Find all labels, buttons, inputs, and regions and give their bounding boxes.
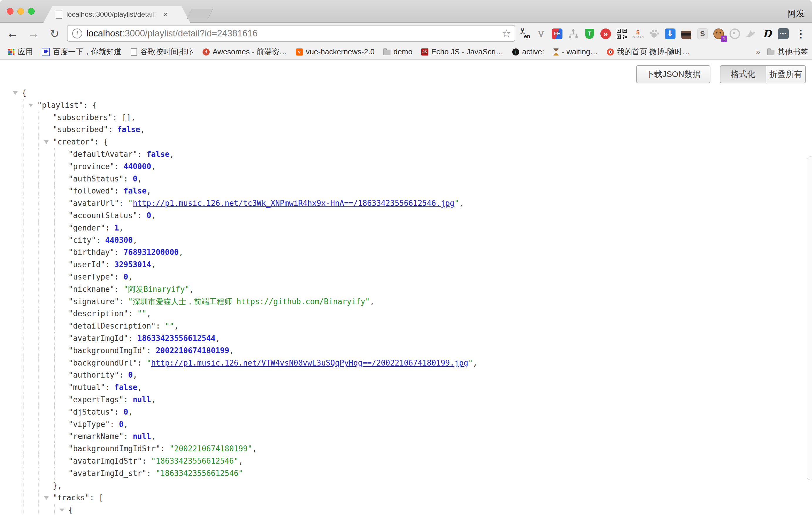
indent-guide — [37, 369, 53, 381]
bookmark-star-icon[interactable]: ☆ — [502, 27, 511, 40]
indent-guide — [22, 283, 37, 296]
collapse-toggle-icon[interactable] — [60, 509, 64, 512]
json-token: , — [137, 383, 142, 392]
collapse-toggle-icon[interactable] — [13, 91, 18, 95]
indent-guide — [22, 197, 37, 210]
json-token: : { — [94, 137, 108, 146]
reload-button[interactable]: ↻ — [47, 23, 63, 45]
fastforward-extension-icon[interactable]: » — [600, 28, 611, 40]
json-line: "expertTags": null, — [22, 394, 805, 406]
site-info-icon[interactable]: i — [72, 28, 82, 38]
other-bookmarks[interactable]: 其他书签 — [767, 47, 808, 57]
json-token: , — [190, 285, 194, 294]
bookmark-echojs[interactable]: JS Echo JS - JavaScri… — [421, 47, 503, 56]
json-token: : — [115, 248, 124, 257]
page-icon — [130, 48, 137, 56]
json-token: " — [455, 199, 459, 208]
json-token: , — [370, 297, 375, 306]
json-token: : — [155, 321, 165, 330]
paw-extension-icon[interactable] — [648, 28, 660, 40]
collapse-toggle-icon[interactable] — [44, 496, 49, 500]
bookmark-waiting[interactable]: - waiting… — [553, 47, 598, 56]
bookmark-vue-hackernews[interactable]: v vue-hackernews-2.0 — [296, 47, 375, 56]
weibo-gray-extension-icon[interactable] — [729, 28, 741, 40]
indent-guide — [22, 161, 37, 173]
indent-guide — [37, 455, 53, 467]
player-label: PLAYER — [632, 35, 644, 38]
shield-extension-icon[interactable]: T — [584, 28, 596, 40]
collapse-toggle-icon[interactable] — [44, 140, 49, 144]
back-button[interactable]: ← — [4, 23, 21, 45]
forward-button[interactable]: → — [25, 23, 42, 45]
new-tab-button[interactable] — [187, 9, 213, 19]
bookmark-label: demo — [394, 47, 412, 56]
json-token: , — [238, 457, 243, 465]
indent-guide — [22, 173, 37, 185]
json-token: "userType" — [68, 273, 115, 281]
s-extension-icon[interactable]: S — [697, 28, 708, 40]
indent-guide — [22, 136, 37, 148]
bookmark-google-sort[interactable]: 谷歌按时间排序 — [130, 47, 194, 57]
bookmarks-overflow-icon[interactable]: » — [756, 47, 760, 57]
page-favicon-icon — [56, 10, 62, 19]
indent-guide — [22, 332, 37, 345]
bookmark-label: vue-hackernews-2.0 — [306, 47, 375, 56]
address-bar[interactable]: i localhost:3000/playlist/detail?id=2438… — [67, 25, 515, 42]
profile-name[interactable]: 阿发 — [787, 8, 805, 20]
json-token: "18633423556612546" — [155, 469, 243, 478]
json-token: "backgroundImgId" — [68, 346, 146, 355]
minimize-window-button[interactable] — [17, 8, 24, 15]
bookmark-weibo[interactable]: 我的首页 微博-随时… — [607, 47, 690, 57]
json-token: "signature" — [68, 297, 119, 306]
scrollbar[interactable] — [807, 156, 812, 480]
json-line: "playlist": { — [22, 99, 805, 112]
qrcode-extension-icon[interactable] — [616, 28, 628, 40]
close-window-button[interactable] — [7, 8, 13, 15]
indent-guide — [22, 480, 37, 492]
json-token: "avatarImgId" — [68, 334, 128, 343]
active-tab[interactable]: localhost:3000/playlist/detail?i × — [44, 6, 190, 23]
bookmark-awesomes[interactable]: A Awesomes - 前端资… — [203, 47, 287, 57]
json-line: "remarkName": null, — [22, 430, 805, 443]
weibo-icon — [607, 49, 614, 56]
json-token: , — [473, 359, 477, 367]
json-token: : — [128, 334, 137, 343]
mask-proxy-extension-icon[interactable] — [680, 28, 692, 40]
browser-menu-icon[interactable]: ⋮ — [793, 23, 809, 45]
json-line: "vipType": 0, — [22, 419, 805, 431]
awesomes-icon: A — [203, 49, 210, 56]
tab-close-icon[interactable]: × — [163, 10, 168, 19]
json-token: 32953014 — [115, 260, 151, 269]
bookmark-baidu[interactable]: 百度一下，你就知道 — [42, 47, 121, 57]
translate-extension-icon[interactable]: 英 en — [519, 28, 531, 40]
json-token: : — [115, 187, 124, 195]
sitemap-extension-icon[interactable] — [568, 28, 579, 40]
json-token: "gender" — [68, 224, 105, 232]
bookmark-label: - waiting… — [562, 47, 598, 56]
json-line: "detailDescription": "", — [22, 320, 805, 332]
json-link[interactable]: http://p1.music.126.net/VTW4vsN08vwL3uSQ… — [151, 359, 468, 367]
bookmark-demo-folder[interactable]: demo — [383, 47, 412, 56]
bookmark-active[interactable]: ↓ active: — [512, 47, 544, 56]
bird-extension-icon[interactable] — [745, 28, 757, 40]
fe-extension-icon[interactable]: FE — [551, 28, 563, 40]
bookmark-apps[interactable]: 应用 — [8, 47, 33, 57]
collapse-toggle-icon[interactable] — [28, 104, 33, 107]
html5-player-extension-icon[interactable]: 5 PLAYER — [632, 28, 644, 40]
json-token: , — [151, 211, 156, 220]
json-token: "playlist" — [37, 101, 83, 110]
json-token: 1 — [115, 224, 119, 232]
json-token: "remarkName" — [68, 432, 124, 441]
indent-guide — [22, 210, 37, 222]
json-link[interactable]: http://p1.music.126.net/tc3Wk_XNPmwiR4hx… — [133, 199, 455, 208]
vue-devtools-icon[interactable]: V — [535, 28, 547, 40]
indent-guide — [22, 271, 37, 283]
video-downloader-extension-icon[interactable]: ⇓ — [664, 28, 676, 40]
more-extensions-icon[interactable]: ••• — [777, 28, 789, 40]
zoom-window-button[interactable] — [28, 8, 35, 15]
dark-d-extension-icon[interactable]: D — [761, 28, 773, 40]
fastforward-glyph: » — [600, 28, 611, 39]
tampermonkey-extension-icon[interactable]: 1 — [713, 28, 725, 40]
json-token: "vipType" — [68, 420, 110, 429]
indent-guide — [22, 112, 37, 124]
